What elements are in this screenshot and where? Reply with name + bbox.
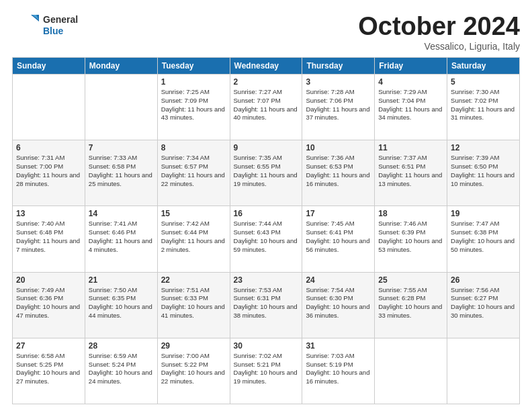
calendar-row: 1Sunrise: 7:25 AM Sunset: 7:09 PM Daylig…: [13, 75, 520, 140]
day-number: 4: [378, 77, 443, 87]
page: GeneralBlueOctober 2024Vessalico, Liguri…: [0, 0, 532, 411]
day-number: 17: [306, 209, 371, 218]
day-number: 2: [234, 77, 299, 87]
day-info: Sunrise: 7:55 AM Sunset: 6:28 PM Dayligh…: [378, 286, 443, 320]
header: GeneralBlueOctober 2024Vessalico, Liguri…: [12, 12, 520, 52]
table-row: 16Sunrise: 7:44 AM Sunset: 6:43 PM Dayli…: [230, 206, 302, 272]
day-number: 22: [161, 275, 226, 285]
table-row: 19Sunrise: 7:47 AM Sunset: 6:38 PM Dayli…: [447, 206, 520, 272]
day-info: Sunrise: 7:44 AM Sunset: 6:43 PM Dayligh…: [234, 220, 299, 254]
day-number: 10: [306, 143, 371, 152]
day-number: 12: [451, 143, 516, 152]
day-info: Sunrise: 7:40 AM Sunset: 6:48 PM Dayligh…: [16, 220, 81, 254]
calendar-row: 13Sunrise: 7:40 AM Sunset: 6:48 PM Dayli…: [13, 206, 520, 272]
day-number: 29: [161, 341, 226, 351]
table-row: 15Sunrise: 7:42 AM Sunset: 6:44 PM Dayli…: [157, 206, 230, 272]
day-info: Sunrise: 7:47 AM Sunset: 6:38 PM Dayligh…: [451, 220, 516, 254]
table-row: 6Sunrise: 7:31 AM Sunset: 7:00 PM Daylig…: [13, 140, 85, 206]
day-number: 19: [451, 209, 516, 218]
day-number: 8: [161, 143, 226, 152]
day-info: Sunrise: 7:45 AM Sunset: 6:41 PM Dayligh…: [306, 220, 371, 254]
day-number: 28: [89, 341, 154, 351]
day-info: Sunrise: 7:29 AM Sunset: 7:04 PM Dayligh…: [378, 88, 443, 122]
day-info: Sunrise: 7:00 AM Sunset: 5:22 PM Dayligh…: [161, 352, 226, 386]
col-wednesday: Wednesday: [230, 58, 302, 75]
logo-general: General: [43, 14, 78, 26]
table-row: [13, 75, 85, 140]
day-number: 27: [16, 341, 81, 351]
day-info: Sunrise: 7:30 AM Sunset: 7:02 PM Dayligh…: [451, 88, 516, 122]
day-number: 25: [378, 275, 443, 285]
table-row: 20Sunrise: 7:49 AM Sunset: 6:36 PM Dayli…: [13, 272, 85, 338]
calendar-row: 20Sunrise: 7:49 AM Sunset: 6:36 PM Dayli…: [13, 272, 520, 338]
table-row: 12Sunrise: 7:39 AM Sunset: 6:50 PM Dayli…: [447, 140, 520, 206]
day-number: 6: [16, 143, 81, 152]
day-info: Sunrise: 6:59 AM Sunset: 5:24 PM Dayligh…: [89, 352, 154, 386]
day-number: 21: [89, 275, 154, 285]
day-number: 1: [161, 77, 226, 87]
day-number: 20: [16, 275, 81, 285]
logo-blue: Blue: [43, 26, 78, 37]
col-tuesday: Tuesday: [157, 58, 230, 75]
table-row: 22Sunrise: 7:51 AM Sunset: 6:33 PM Dayli…: [157, 272, 230, 338]
table-row: [85, 75, 157, 140]
table-row: 24Sunrise: 7:54 AM Sunset: 6:30 PM Dayli…: [302, 272, 375, 338]
col-sunday: Sunday: [13, 58, 85, 75]
table-row: 26Sunrise: 7:56 AM Sunset: 6:27 PM Dayli…: [447, 272, 520, 338]
day-info: Sunrise: 7:37 AM Sunset: 6:51 PM Dayligh…: [378, 154, 443, 188]
table-row: 25Sunrise: 7:55 AM Sunset: 6:28 PM Dayli…: [375, 272, 447, 338]
day-info: Sunrise: 7:33 AM Sunset: 6:58 PM Dayligh…: [89, 154, 154, 188]
day-info: Sunrise: 7:35 AM Sunset: 6:55 PM Dayligh…: [234, 154, 299, 188]
day-info: Sunrise: 7:54 AM Sunset: 6:30 PM Dayligh…: [306, 286, 371, 320]
table-row: 5Sunrise: 7:30 AM Sunset: 7:02 PM Daylig…: [447, 75, 520, 140]
table-row: 14Sunrise: 7:41 AM Sunset: 6:46 PM Dayli…: [85, 206, 157, 272]
table-row: 2Sunrise: 7:27 AM Sunset: 7:07 PM Daylig…: [230, 75, 302, 140]
day-number: 5: [451, 77, 516, 87]
day-info: Sunrise: 7:56 AM Sunset: 6:27 PM Dayligh…: [451, 286, 516, 320]
calendar-row: 27Sunrise: 6:58 AM Sunset: 5:25 PM Dayli…: [13, 338, 520, 404]
location-subtitle: Vessalico, Liguria, Italy: [358, 41, 520, 52]
table-row: 8Sunrise: 7:34 AM Sunset: 6:57 PM Daylig…: [157, 140, 230, 206]
day-number: 18: [378, 209, 443, 218]
day-number: 7: [89, 143, 154, 152]
logo-icon: [12, 12, 39, 39]
table-row: 28Sunrise: 6:59 AM Sunset: 5:24 PM Dayli…: [85, 338, 157, 404]
day-info: Sunrise: 7:31 AM Sunset: 7:00 PM Dayligh…: [16, 154, 81, 188]
day-number: 30: [234, 341, 299, 351]
day-number: 15: [161, 209, 226, 218]
calendar-row: 6Sunrise: 7:31 AM Sunset: 7:00 PM Daylig…: [13, 140, 520, 206]
day-number: 31: [306, 341, 371, 351]
table-row: 4Sunrise: 7:29 AM Sunset: 7:04 PM Daylig…: [375, 75, 447, 140]
day-number: 23: [234, 275, 299, 285]
day-info: Sunrise: 7:51 AM Sunset: 6:33 PM Dayligh…: [161, 286, 226, 320]
logo-text: GeneralBlue: [43, 14, 78, 37]
day-number: 16: [234, 209, 299, 218]
table-row: 31Sunrise: 7:03 AM Sunset: 5:19 PM Dayli…: [302, 338, 375, 404]
table-row: [375, 338, 447, 404]
day-number: 13: [16, 209, 81, 218]
month-title: October 2024: [358, 12, 520, 41]
day-info: Sunrise: 7:02 AM Sunset: 5:21 PM Dayligh…: [234, 352, 299, 386]
table-row: 9Sunrise: 7:35 AM Sunset: 6:55 PM Daylig…: [230, 140, 302, 206]
day-info: Sunrise: 7:03 AM Sunset: 5:19 PM Dayligh…: [306, 352, 371, 386]
table-row: 21Sunrise: 7:50 AM Sunset: 6:35 PM Dayli…: [85, 272, 157, 338]
table-row: 13Sunrise: 7:40 AM Sunset: 6:48 PM Dayli…: [13, 206, 85, 272]
table-row: 23Sunrise: 7:53 AM Sunset: 6:31 PM Dayli…: [230, 272, 302, 338]
day-info: Sunrise: 7:50 AM Sunset: 6:35 PM Dayligh…: [89, 286, 154, 320]
title-block: October 2024Vessalico, Liguria, Italy: [358, 12, 520, 52]
col-friday: Friday: [375, 58, 447, 75]
table-row: 10Sunrise: 7:36 AM Sunset: 6:53 PM Dayli…: [302, 140, 375, 206]
table-row: 17Sunrise: 7:45 AM Sunset: 6:41 PM Dayli…: [302, 206, 375, 272]
table-row: 27Sunrise: 6:58 AM Sunset: 5:25 PM Dayli…: [13, 338, 85, 404]
day-info: Sunrise: 7:53 AM Sunset: 6:31 PM Dayligh…: [234, 286, 299, 320]
table-row: [447, 338, 520, 404]
day-info: Sunrise: 6:58 AM Sunset: 5:25 PM Dayligh…: [16, 352, 81, 386]
col-saturday: Saturday: [447, 58, 520, 75]
day-info: Sunrise: 7:28 AM Sunset: 7:06 PM Dayligh…: [306, 88, 371, 122]
table-row: 29Sunrise: 7:00 AM Sunset: 5:22 PM Dayli…: [157, 338, 230, 404]
table-row: 18Sunrise: 7:46 AM Sunset: 6:39 PM Dayli…: [375, 206, 447, 272]
table-row: 1Sunrise: 7:25 AM Sunset: 7:09 PM Daylig…: [157, 75, 230, 140]
day-info: Sunrise: 7:34 AM Sunset: 6:57 PM Dayligh…: [161, 154, 226, 188]
calendar-table: Sunday Monday Tuesday Wednesday Thursday…: [12, 57, 520, 404]
day-number: 14: [89, 209, 154, 218]
